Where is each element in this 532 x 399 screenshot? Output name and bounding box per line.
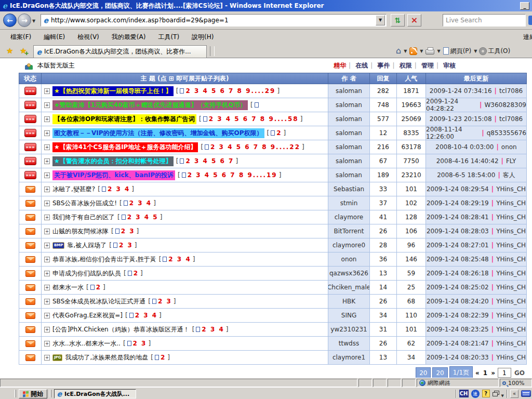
tools-menu-label[interactable]: 工具(O) (488, 47, 510, 56)
last-poster-link[interactable]: YHins_CH (496, 214, 526, 221)
expand-toggle-icon[interactable]: + (44, 172, 50, 178)
page-numbers[interactable]: 2 (161, 354, 166, 361)
link-digest[interactable]: 精华 (334, 62, 346, 69)
last-poster-link[interactable]: YHins_CH (496, 200, 526, 207)
topic-page-links[interactable]: [2 3 4] (98, 185, 134, 193)
history-dropdown-icon[interactable]: ▼ (32, 19, 35, 23)
zoom-pane[interactable]: 100% (500, 379, 532, 387)
address-bar[interactable]: e http://www.sorpack.com/index.asp?board… (41, 14, 387, 26)
last-poster-link[interactable]: YHins_CH (496, 326, 526, 333)
last-poster-link[interactable]: YHins_CH (496, 185, 526, 193)
last-poster-link[interactable]: 客人 (503, 171, 515, 180)
page-numbers[interactable]: 2 3 4 5 6 7 8 9....19 (188, 171, 277, 179)
refresh-button[interactable]: ⇄ (391, 14, 405, 26)
topic-page-links[interactable]: [2 3 4] (125, 312, 162, 319)
topic-title-link[interactable]: 申请成为你们战队的队员 (52, 269, 121, 278)
search-button[interactable] (528, 16, 532, 25)
menu-help[interactable]: 說明(H) (185, 31, 220, 44)
expand-toggle-icon[interactable]: + (44, 201, 50, 206)
author-link[interactable]: onon (341, 256, 357, 263)
page-numbers[interactable]: 2 3 4 5 6 7 8 9....22 (210, 143, 300, 151)
last-poster-link[interactable]: tcl7086 (499, 87, 523, 95)
page-numbers[interactable]: 2 3 4 (129, 200, 152, 207)
topic-title-link[interactable]: 山贼的朋友問候冰隊 (52, 227, 109, 236)
author-link[interactable]: claymore0 (332, 242, 365, 249)
expand-toggle-icon[interactable]: + (44, 187, 50, 192)
search-input[interactable]: Live Search (443, 14, 526, 26)
author-link[interactable]: saloman (336, 87, 362, 95)
topic-page-links[interactable]: [2] (267, 129, 286, 137)
author-link[interactable]: HBK (342, 298, 355, 305)
expand-toggle-icon[interactable]: + (44, 327, 50, 332)
last-poster-link[interactable]: YHins_CH (496, 298, 526, 305)
task-button-ie[interactable]: e IcE.DraGon各大战队... (54, 389, 136, 398)
address-dropdown-button[interactable]: ▼ (376, 15, 385, 25)
last-poster-link[interactable]: YHins_CH (496, 256, 526, 263)
link-events[interactable]: 事件 (377, 62, 390, 69)
page-numbers[interactable]: 2 3 (133, 340, 147, 347)
topic-page-links[interactable]: [2 3 4] (159, 256, 195, 263)
expand-toggle-icon[interactable]: + (44, 355, 50, 361)
topic-page-links[interactable]: [2 3 4 5 6 7] (176, 157, 238, 165)
expand-toggle-icon[interactable]: + (44, 341, 50, 347)
last-page-button[interactable]: » (491, 369, 495, 377)
expand-toggle-icon[interactable]: + (44, 88, 50, 94)
goto-page-input[interactable] (498, 368, 511, 378)
author-link[interactable]: SING (341, 312, 356, 319)
page-numbers[interactable]: 2 (276, 129, 282, 137)
topic-page-links[interactable]: [2 3] (111, 228, 139, 235)
language-indicator[interactable]: CH (459, 390, 469, 397)
back-button[interactable]: ← (3, 14, 17, 27)
keyboard-layout-icon[interactable] (521, 390, 531, 397)
topic-title-link[interactable]: 都来水一水 (52, 283, 84, 292)
author-link[interactable]: saloman (336, 157, 362, 165)
topic-title-link[interactable]: SBS全体成员祝冰队论坛正式开通 (52, 297, 145, 306)
first-page-button[interactable]: « (475, 369, 480, 377)
last-poster-link[interactable]: W360828309 (484, 101, 526, 109)
page-numbers[interactable]: 2 3 (121, 228, 135, 235)
expand-toggle-icon[interactable]: + (44, 229, 50, 234)
ime-toolbar-icon[interactable] (493, 391, 499, 396)
language-bar-collapse-button[interactable]: « (510, 390, 518, 398)
topic-title-link[interactable]: ★【索沛41个CS服务器IP地址＋服务器功能介绍】 (52, 142, 198, 152)
page-numbers[interactable]: 2 3 4 5 6 7 8 9....29 (185, 87, 275, 95)
forward-button[interactable]: → (18, 14, 31, 27)
topic-page-links[interactable]: [2] (124, 270, 143, 277)
print-dropdown-icon[interactable]: ▼ (437, 49, 440, 54)
expand-toggle-icon[interactable]: + (44, 257, 50, 262)
topic-title-link[interactable]: [公告]PhX.Chicken（鸡族）恭喜冰族版区开通！ (52, 325, 190, 334)
page-numbers[interactable]: 2 3 4 (108, 185, 130, 193)
tools-gear-icon[interactable] (480, 48, 486, 55)
topic-page-links[interactable]: [2 3 4 5 6 7 8 9....22] (201, 143, 304, 151)
ime-punctuation-icon[interactable]: ? (482, 390, 490, 397)
expand-toggle-icon[interactable]: + (44, 102, 50, 108)
zoom-level[interactable]: 100% (508, 380, 524, 387)
taskbar-grip[interactable] (15, 390, 16, 397)
favorites-star-icon[interactable]: ★ (6, 46, 13, 56)
home-icon[interactable]: ⌂ (396, 47, 401, 55)
goto-page-button[interactable]: GO (514, 369, 525, 377)
expand-toggle-icon[interactable]: + (44, 130, 50, 136)
menu-file[interactable]: 檔案(F) (4, 31, 37, 44)
expand-toggle-icon[interactable]: + (44, 285, 50, 290)
taskbar-grip[interactable] (50, 390, 51, 397)
menu-view[interactable]: 檢視(V) (71, 31, 105, 44)
topic-page-links[interactable]: [2 3] (123, 340, 151, 347)
page-numbers[interactable]: 2 3 4 (135, 312, 157, 319)
topic-title-link[interactable]: ★【警告灌水的会员：扣分和封帐号处理】 (52, 156, 174, 166)
topic-title-link[interactable]: 水水..水水..都来水一水.. (52, 339, 121, 348)
page-menu-icon[interactable] (443, 47, 449, 55)
last-poster-link[interactable]: tcl7086 (499, 115, 523, 123)
menu-tools[interactable]: 工具(T) (152, 31, 185, 44)
url-text[interactable]: http://www.sorpack.com/index.asp?boardid… (51, 17, 373, 24)
author-link[interactable]: stmin (340, 200, 358, 207)
last-poster-link[interactable]: YHins_CH (496, 312, 526, 319)
browser-tab[interactable]: e IcE.DraGon各大战队内部交流，团练商议、比赛作... (33, 45, 207, 58)
expand-toggle-icon[interactable]: + (44, 158, 50, 164)
page-numbers[interactable]: 2 3 4 (202, 326, 224, 333)
topic-page-links[interactable]: [2 3 4 5 6 7 8 9....58] (199, 115, 302, 123)
link-permissions[interactable]: 权限 (400, 62, 412, 69)
page-numbers[interactable]: 2 (134, 270, 139, 277)
topic-title-link[interactable]: 靠,被人踩场了 (67, 241, 107, 250)
topic-page-links[interactable]: [2 3 4 5 6 7 8 9....19] (178, 171, 281, 179)
